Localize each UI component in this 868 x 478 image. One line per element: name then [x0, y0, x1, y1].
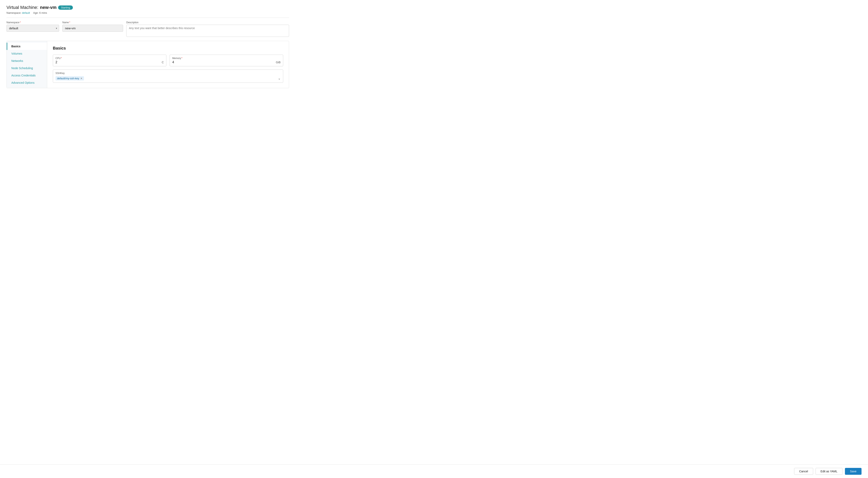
- description-label: Description: [126, 21, 289, 24]
- description-field: Description: [126, 21, 289, 37]
- sshkey-remove-button[interactable]: ✕: [80, 77, 83, 80]
- cpu-unit: C: [162, 61, 164, 64]
- namespace-meta: Namespace: default: [6, 11, 30, 14]
- namespace-link[interactable]: default: [22, 11, 30, 14]
- page-title: Virtual Machine: new-vm Starting: [6, 5, 289, 10]
- name-field: Name*: [62, 21, 123, 37]
- namespace-select[interactable]: default: [6, 25, 59, 32]
- status-badge: Starting: [58, 5, 73, 10]
- cpu-input[interactable]: [56, 61, 162, 64]
- cpu-label: CPU*: [56, 57, 164, 60]
- sidebar: Basics Volumes Networks Node Scheduling …: [7, 41, 47, 88]
- basics-section-title: Basics: [53, 46, 283, 50]
- cancel-button[interactable]: Cancel: [794, 468, 813, 475]
- memory-field: Memory* GiB: [169, 55, 283, 66]
- sidebar-item-basics[interactable]: Basics: [7, 43, 47, 50]
- name-label: Name*: [62, 21, 123, 24]
- sshkey-content: default/my-ssh-key ✕ ⌄: [56, 76, 281, 80]
- main-content: Basics Volumes Networks Node Scheduling …: [6, 41, 289, 88]
- sshkey-label: SSHKey: [56, 72, 281, 75]
- sidebar-item-networks[interactable]: Networks: [7, 57, 47, 65]
- basics-row: CPU* C Memory* GiB: [53, 55, 283, 66]
- namespace-select-wrapper: default ▾: [6, 25, 59, 32]
- memory-value-row: GiB: [172, 61, 281, 64]
- sidebar-item-advanced-options[interactable]: Advanced Options: [7, 79, 47, 86]
- edit-yaml-button[interactable]: Edit as YAML: [815, 468, 843, 475]
- vm-title-prefix: Virtual Machine:: [6, 5, 38, 10]
- sidebar-item-access-credentials[interactable]: Access Credentials: [7, 72, 47, 79]
- sshkey-tag: default/my-ssh-key ✕: [56, 76, 84, 80]
- namespace-field: Namespace* default ▾: [6, 21, 59, 37]
- sshkey-field: SSHKey default/my-ssh-key ✕ ⌄: [53, 70, 283, 83]
- save-button[interactable]: Save: [845, 468, 862, 475]
- sshkey-chevron-icon[interactable]: ⌄: [278, 76, 281, 80]
- footer: Cancel Edit as YAML Save: [0, 465, 868, 478]
- vm-name-title: new-vm: [40, 5, 57, 10]
- sshkey-tag-text: default/my-ssh-key: [57, 77, 79, 80]
- cpu-field: CPU* C: [53, 55, 166, 66]
- memory-label: Memory*: [172, 57, 281, 60]
- memory-input[interactable]: [172, 61, 276, 64]
- age-meta: Age: 6 mins: [33, 11, 47, 14]
- page-header: Virtual Machine: new-vm Starting Namespa…: [6, 5, 289, 14]
- memory-unit: GiB: [276, 61, 281, 64]
- sidebar-item-node-scheduling[interactable]: Node Scheduling: [7, 65, 47, 72]
- sshkey-tags: default/my-ssh-key ✕: [56, 76, 84, 80]
- page-meta: Namespace: default Age: 6 mins: [6, 11, 289, 14]
- namespace-label: Namespace*: [6, 21, 59, 24]
- content-area: Basics CPU* C Memory*: [47, 41, 289, 88]
- header-divider: [6, 18, 289, 18]
- sidebar-item-volumes[interactable]: Volumes: [7, 50, 47, 57]
- top-form: Namespace* default ▾ Name* Description: [6, 21, 289, 37]
- name-input[interactable]: [62, 25, 123, 32]
- cpu-value-row: C: [56, 61, 164, 64]
- description-input[interactable]: [126, 25, 289, 37]
